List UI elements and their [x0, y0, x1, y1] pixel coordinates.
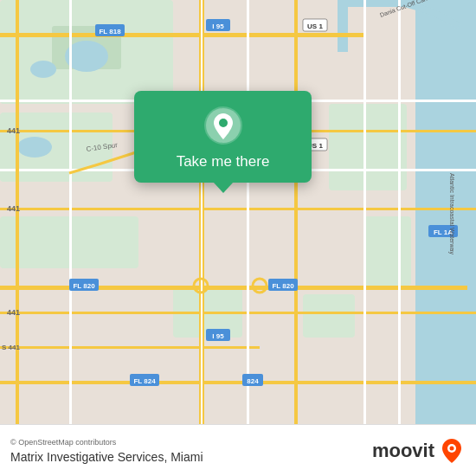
svg-text:441: 441 — [7, 308, 20, 317]
svg-point-67 — [219, 119, 228, 127]
map-container: FL 818 US 1 US 1 I 95 I 95 I 95 FL 822 F… — [0, 0, 476, 424]
svg-text:FL 818: FL 818 — [99, 28, 121, 35]
svg-rect-8 — [329, 104, 407, 190]
svg-text:824: 824 — [247, 377, 259, 385]
svg-rect-28 — [247, 0, 249, 424]
svg-rect-11 — [303, 294, 355, 338]
svg-rect-27 — [201, 0, 203, 424]
moovit-pin-icon — [438, 437, 466, 465]
svg-rect-15 — [0, 33, 363, 37]
svg-text:441: 441 — [7, 126, 20, 135]
svg-rect-2 — [338, 0, 348, 52]
moovit-logo-text: moovit — [372, 440, 434, 462]
left-section: © OpenStreetMap contributors Matrix Inve… — [10, 438, 203, 464]
map-attribution: © OpenStreetMap contributors — [10, 438, 203, 447]
svg-rect-30 — [363, 0, 366, 424]
svg-text:FL 820: FL 820 — [73, 282, 95, 290]
svg-rect-31 — [398, 0, 401, 424]
svg-text:FL 820: FL 820 — [272, 282, 294, 290]
svg-point-13 — [30, 61, 56, 78]
svg-text:441: 441 — [7, 204, 20, 213]
svg-rect-29 — [294, 0, 298, 424]
moovit-logo: moovit — [372, 437, 466, 465]
svg-rect-9 — [363, 216, 411, 286]
svg-rect-1 — [415, 0, 476, 424]
svg-text:I 95: I 95 — [212, 23, 224, 30]
svg-text:FL 824: FL 824 — [133, 377, 156, 385]
popup-card[interactable]: Take me there — [134, 91, 312, 183]
location-name: Matrix Investigative Services, Miami — [10, 450, 203, 464]
svg-text:S 441: S 441 — [2, 344, 20, 351]
svg-point-14 — [17, 137, 52, 158]
take-me-there-button[interactable]: Take me there — [177, 153, 270, 170]
bottom-bar: © OpenStreetMap contributors Matrix Inve… — [0, 424, 476, 476]
svg-text:US 1: US 1 — [307, 23, 323, 30]
svg-point-69 — [450, 446, 454, 450]
location-pin-icon — [204, 106, 242, 145]
svg-rect-25 — [69, 0, 72, 424]
svg-text:I 95: I 95 — [212, 332, 224, 340]
svg-rect-22 — [0, 346, 260, 349]
svg-text:Atlantic Intracoastal Waterway: Atlantic Intracoastal Waterway — [448, 173, 455, 254]
